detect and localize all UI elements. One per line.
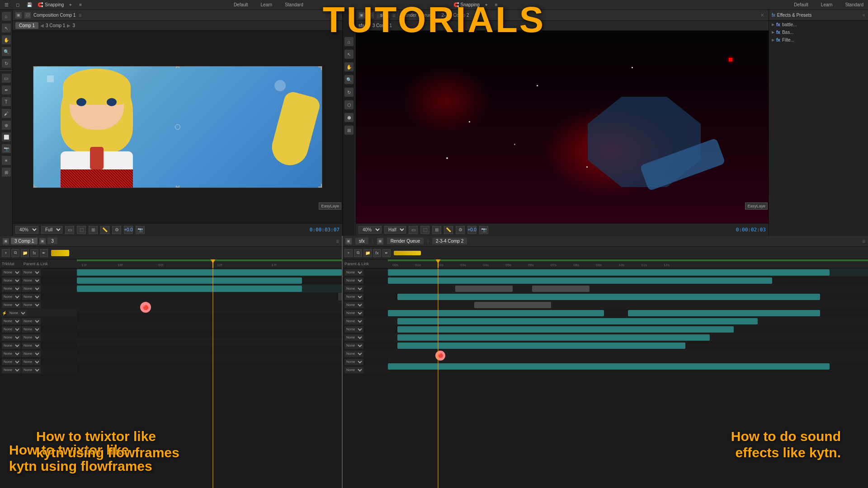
r-parent-3[interactable]: None — [344, 286, 363, 292]
brush-tool[interactable]: 🖌 — [2, 109, 11, 118]
tl-folder-r[interactable]: 📁 — [363, 249, 372, 257]
trkmat-8[interactable]: None — [2, 326, 21, 333]
view-options[interactable]: ⚙ — [112, 226, 121, 234]
trkmat-6[interactable]: None — [8, 310, 27, 316]
breadcrumb-3comp1[interactable]: 3 Comp 1 — [46, 23, 65, 28]
sfx-tab[interactable]: sfx — [377, 12, 390, 19]
tl-mask[interactable]: ✒ — [40, 249, 48, 257]
breadcrumb-3comp1-r[interactable]: 3 Comp 1 — [373, 23, 392, 28]
zoom-select-left[interactable]: 40% — [15, 226, 38, 234]
learn-btn-top[interactable]: Learn — [259, 2, 274, 7]
tl-dup-r[interactable]: ⧉ — [354, 249, 362, 257]
hand-tool[interactable]: ✋ — [2, 35, 11, 44]
parent-2[interactable]: None — [22, 277, 41, 284]
tl-fx-r[interactable]: fx — [373, 249, 381, 257]
parent-1[interactable]: None — [22, 269, 41, 276]
snapshot-btn[interactable]: 📷 — [136, 226, 145, 234]
parent-12[interactable]: None — [22, 359, 41, 365]
scrollbar-v[interactable] — [338, 293, 342, 300]
parent-10[interactable]: None — [22, 343, 41, 349]
r-parent-5[interactable]: None — [344, 302, 363, 308]
r-parent-11[interactable]: None — [344, 351, 363, 357]
home-icon-mid[interactable]: ⌂ — [344, 37, 354, 46]
r-parent-12[interactable]: None — [344, 359, 363, 365]
trkmat-7[interactable]: None — [2, 318, 21, 324]
handle-tl[interactable] — [33, 66, 37, 70]
ruler-btn-r[interactable]: 📏 — [444, 226, 453, 234]
cube-mid[interactable]: ⬡ — [344, 100, 354, 109]
trkmat-5[interactable]: None — [2, 302, 21, 308]
tl-menu-r[interactable]: ≡ — [862, 238, 865, 244]
hand-mid[interactable]: ✋ — [344, 62, 354, 71]
region-btn[interactable]: ▭ — [65, 226, 74, 234]
learn-btn-right[interactable]: Learn — [819, 2, 835, 7]
tl-new-r[interactable]: + — [344, 249, 353, 257]
trkmat-11[interactable]: None — [2, 351, 21, 357]
comp-checkbox[interactable]: ☐ — [24, 12, 31, 19]
tl-menu-l[interactable]: ≡ — [336, 238, 339, 244]
comp2-tab[interactable]: 2-3-4 Comp 2 — [438, 12, 472, 19]
handle-bl[interactable] — [33, 184, 37, 188]
default-btn-top[interactable]: Default — [232, 2, 250, 7]
clone-tool[interactable]: ⊕ — [2, 121, 11, 130]
parent-7[interactable]: None — [22, 318, 41, 324]
rotation-tool[interactable]: ↻ — [2, 59, 11, 68]
breadcrumb-3[interactable]: 3 — [72, 23, 75, 28]
r-parent-1[interactable]: None — [344, 269, 363, 276]
effects-item-1[interactable]: ▶ fx battle... — [769, 21, 868, 28]
parent-3[interactable]: None — [22, 286, 41, 292]
snapshot-btn-r[interactable]: 📷 — [479, 226, 488, 234]
effects-item-2[interactable]: ▶ fx Bas... — [769, 28, 868, 36]
effects-item-3[interactable]: ▶ fx Filte... — [769, 36, 868, 44]
tl-tab-3comp1[interactable]: 3 Comp 1 — [11, 238, 38, 244]
transparency-btn[interactable]: ⬚ — [77, 226, 86, 234]
parent-13[interactable]: None — [22, 367, 41, 373]
snap-option-right[interactable]: ≡ — [493, 2, 500, 7]
ruler-btn[interactable]: 📏 — [100, 226, 109, 234]
r-parent-9[interactable]: None — [344, 334, 363, 341]
trkmat-2[interactable]: None — [2, 277, 21, 284]
effects-menu[interactable]: ≡ — [863, 13, 865, 18]
tl-folder[interactable]: 📁 — [21, 249, 29, 257]
r-parent-13[interactable]: None — [344, 367, 363, 373]
tl-effect[interactable]: fx — [30, 249, 38, 257]
parent-4[interactable]: None — [22, 294, 41, 300]
comp-menu-icon[interactable]: ≡ — [78, 12, 81, 19]
color-correction[interactable]: +0.0 — [124, 226, 133, 234]
snap-toggle-right[interactable]: ⌖ — [483, 2, 490, 8]
grid-mid[interactable]: ⊞ — [344, 126, 354, 135]
r-parent-8[interactable]: None — [344, 326, 363, 333]
tl-tab-comp2[interactable]: 2-3-4 Comp 2 — [432, 238, 467, 244]
default-btn-right[interactable]: Default — [792, 2, 810, 7]
r-parent-10[interactable]: None — [344, 343, 363, 349]
r-parent-6[interactable]: None — [344, 310, 363, 316]
grid-tool[interactable]: ⊞ — [2, 168, 11, 177]
eraser-tool[interactable]: ⬜ — [2, 132, 11, 141]
handle-tc[interactable] — [176, 66, 179, 68]
home-icon[interactable]: ⌂ — [2, 12, 11, 21]
handle-tr[interactable] — [318, 66, 322, 70]
zoom-select-right[interactable]: 40% — [359, 226, 382, 234]
tl-new-comp[interactable]: + — [2, 249, 10, 257]
snap-toggle[interactable]: ⌖ — [67, 2, 74, 8]
select-mid[interactable]: ↖ — [344, 50, 354, 59]
trkmat-3[interactable]: None — [2, 286, 21, 292]
r-parent-2[interactable]: None — [344, 277, 363, 284]
render-queue-tab[interactable]: Render Queue — [398, 12, 435, 19]
tl-duplicate[interactable]: ⧉ — [11, 249, 19, 257]
trkmat-12[interactable]: None — [2, 359, 21, 365]
parent-8[interactable]: None — [22, 326, 41, 333]
playhead-right[interactable] — [438, 259, 439, 268]
color-correction-r[interactable]: +0.0 — [467, 226, 476, 234]
snapping-left[interactable]: 🧲 Snapping — [38, 2, 64, 7]
tl-tab-render[interactable]: Render Queue — [387, 238, 424, 244]
region-btn-r[interactable]: ▭ — [409, 226, 418, 234]
tl-mask-r[interactable]: ✒ — [382, 249, 391, 257]
breadcrumb-sfx[interactable]: sfx — [359, 23, 364, 28]
light-tool[interactable]: ☀ — [2, 156, 11, 165]
parent-11[interactable]: None — [22, 351, 41, 357]
standard-btn-top[interactable]: Standard — [283, 2, 305, 7]
r-parent-4[interactable]: None — [344, 294, 363, 300]
parent-9[interactable]: None — [22, 334, 41, 341]
shape-tool[interactable]: ▭ — [2, 74, 11, 83]
